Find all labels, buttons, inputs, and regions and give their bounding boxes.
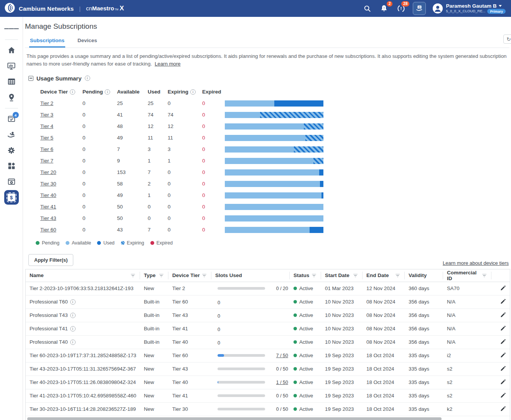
column-header-type[interactable]: Type: [140, 272, 168, 279]
table-row: Tier 60-2023-10-19T17:37:31.285248858Z-1…: [26, 349, 510, 363]
cell-start-date: 10 Nov 2023: [321, 339, 363, 345]
edit-pencil-icon[interactable]: [499, 378, 507, 387]
tier-link[interactable]: Tier 3: [40, 112, 82, 118]
column-header-status[interactable]: Status: [290, 272, 321, 279]
edit-pencil-icon[interactable]: [499, 311, 507, 320]
used-value: 12: [148, 123, 168, 129]
filter-icon[interactable]: [131, 273, 135, 278]
filter-icon[interactable]: [202, 273, 206, 278]
column-header-start-date[interactable]: Start Date: [321, 272, 363, 279]
slots-label[interactable]: 7 / 50: [276, 353, 288, 358]
menu-toggle-icon[interactable]: [4, 21, 19, 36]
filter-icon[interactable]: [396, 273, 400, 278]
edit-pencil-icon[interactable]: [499, 392, 507, 400]
info-icon[interactable]: i: [70, 313, 76, 318]
filter-icon[interactable]: [353, 273, 358, 278]
legend-item-expiring: Expiring: [121, 240, 144, 246]
apply-filters-button[interactable]: Apply Filter(s): [28, 254, 73, 266]
tier-link[interactable]: Tier 20: [40, 169, 82, 175]
tier-link[interactable]: Tier 60: [40, 227, 82, 233]
filter-icon[interactable]: [482, 273, 486, 278]
info-icon[interactable]: i: [85, 75, 90, 81]
cell-validity: 360 days: [405, 285, 443, 291]
edit-pencil-icon[interactable]: [499, 351, 507, 360]
info-icon[interactable]: i: [70, 340, 76, 345]
collapse-icon[interactable]: [28, 76, 33, 81]
scrollbar-thumb[interactable]: [27, 417, 442, 420]
slots-progress-bar: [218, 394, 265, 397]
info-icon[interactable]: i: [70, 299, 76, 305]
cell-end-date: 08 Nov 2024: [363, 312, 405, 318]
sidebar-item-map[interactable]: [4, 90, 19, 105]
usage-row: Tier 30058200: [40, 178, 509, 190]
expiring-value: 0: [168, 181, 202, 187]
table-header-row: NameTypeDevice TierSlots UsedStatusStart…: [26, 269, 510, 282]
tier-link[interactable]: Tier 5: [40, 135, 82, 141]
edit-pencil-icon[interactable]: [499, 325, 507, 333]
sidebar-item-reports[interactable]: [4, 74, 19, 89]
cell-end-date: 12 Nov 2024: [363, 285, 405, 291]
expired-value: 0: [202, 192, 225, 198]
cell-start-date: 10 Nov 2023: [321, 299, 363, 305]
table-row: Professional T40iBuilt-inTier 400Active1…: [26, 336, 510, 349]
tier-link[interactable]: Tier 41: [40, 204, 82, 210]
learn-more-link[interactable]: Learn more: [155, 61, 180, 67]
tier-link[interactable]: Tier 2: [40, 100, 82, 106]
expiring-value: 0: [168, 100, 202, 106]
column-header-commercial-id[interactable]: Commercial ID: [443, 272, 491, 279]
sidebar-item-administration[interactable]: [4, 174, 19, 189]
sidebar-item-monitoring[interactable]: [4, 59, 19, 73]
user-name: Paramesh Gautam B: [446, 3, 496, 9]
sidebar-item-services[interactable]: [4, 127, 19, 142]
notifications-bell-icon[interactable]: ! 2: [379, 3, 389, 13]
device-tiers-link[interactable]: Learn more about device tiers: [443, 260, 509, 266]
info-icon[interactable]: i: [105, 89, 110, 95]
tab-subscriptions[interactable]: Subscriptions: [29, 36, 65, 48]
info-icon[interactable]: i: [70, 326, 76, 331]
sidebar-item-subscriptions[interactable]: $: [4, 190, 19, 205]
filter-icon[interactable]: [312, 273, 316, 278]
cell-commercial-id: N/A: [443, 326, 491, 331]
filter-icon[interactable]: [159, 273, 163, 278]
alerts-icon[interactable]: ! 28: [396, 3, 406, 13]
cell-slots-used: 0 / 50: [211, 393, 290, 399]
tier-link[interactable]: Tier 7: [40, 158, 82, 164]
status-dot: [293, 381, 297, 384]
edit-pencil-icon[interactable]: [499, 284, 507, 293]
tier-link[interactable]: Tier 40: [40, 192, 82, 198]
cell-commercial-id: SA70: [443, 285, 491, 291]
user-menu[interactable]: Paramesh Gautam B 5_0_0_X_CLOUD_RE...Pri…: [433, 3, 506, 14]
refresh-button[interactable]: ↻: [503, 34, 511, 44]
horizontal-scrollbar[interactable]: [27, 417, 508, 420]
cell-edit: [491, 378, 510, 387]
tier-link[interactable]: Tier 6: [40, 146, 82, 152]
info-icon[interactable]: i: [190, 89, 196, 95]
column-header-end-date[interactable]: End Date: [363, 272, 405, 279]
slots-label[interactable]: 1 / 50: [276, 380, 288, 385]
column-header-name[interactable]: Name: [26, 272, 140, 279]
tier-link[interactable]: Tier 30: [40, 181, 82, 187]
cell-slots-used: 0 / 20: [211, 286, 290, 291]
tab-devices[interactable]: Devices: [77, 36, 98, 48]
sidebar-item-jobs[interactable]: 4: [4, 112, 19, 126]
sidebar-item-settings[interactable]: [4, 143, 19, 158]
bar-segment-available: [225, 215, 323, 221]
brand-name: Cambium Networks: [19, 5, 74, 12]
edit-pencil-icon[interactable]: [499, 298, 507, 306]
edit-pencil-icon[interactable]: [499, 338, 507, 346]
subscriptions-table: NameTypeDevice TierSlots UsedStatusStart…: [25, 269, 510, 420]
support-chat-button[interactable]: @: [413, 2, 426, 15]
edit-pencil-icon[interactable]: [499, 365, 507, 373]
sidebar-item-home[interactable]: [4, 43, 19, 57]
sidebar-item-applications[interactable]: [4, 159, 19, 173]
search-icon[interactable]: [362, 3, 372, 13]
column-header-device-tier[interactable]: Device Tier: [168, 272, 211, 279]
edit-pencil-icon[interactable]: [499, 405, 507, 413]
tier-link[interactable]: Tier 43: [40, 215, 82, 221]
tab-bar: Subscriptions Devices: [25, 36, 509, 48]
usage-summary-header: Usage Summary i: [28, 75, 509, 82]
available-value: 43: [117, 227, 148, 233]
tier-link[interactable]: Tier 4: [40, 123, 82, 129]
cell-start-date: 19 Sep 2023: [321, 406, 363, 412]
info-icon[interactable]: i: [70, 89, 75, 95]
